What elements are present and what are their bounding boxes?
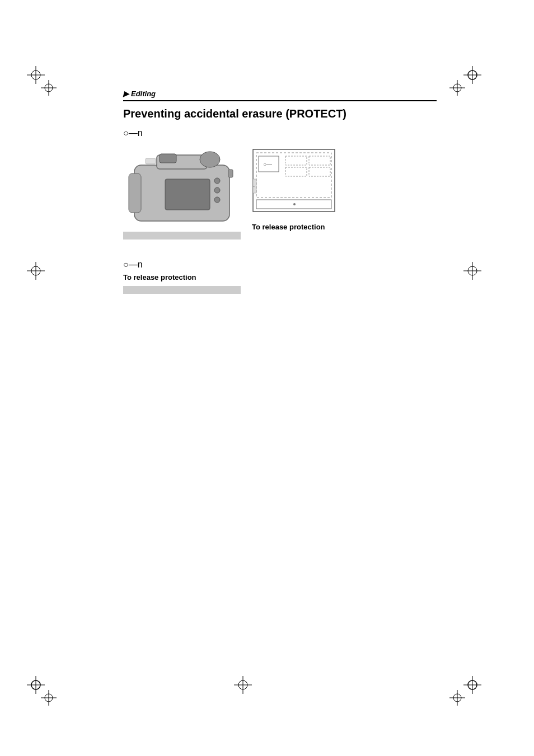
svg-rect-42 [146, 158, 156, 164]
section-header-label: Editing [131, 90, 156, 98]
reg-mark-tr-inner [449, 80, 465, 98]
key-icon-1: ○—n [123, 128, 437, 138]
svg-rect-37 [160, 154, 176, 163]
reg-mark-ml [27, 262, 45, 282]
to-release-protection-left: To release protection [123, 273, 437, 281]
section-header: ▶ Editing [123, 90, 437, 101]
svg-point-41 [214, 197, 220, 203]
key-icon-2: ○—n [123, 260, 437, 270]
svg-point-40 [214, 187, 220, 193]
reg-mark-br-outer [463, 676, 481, 696]
page-title: Preventing accidental erasure (PROTECT) [123, 107, 437, 120]
svg-point-53 [293, 203, 296, 205]
svg-point-39 [214, 178, 220, 184]
camera-gray-bar [123, 232, 241, 240]
reg-mark-br-inner [449, 690, 465, 708]
second-section: ○—n To release protection [123, 260, 437, 294]
svg-rect-44 [253, 149, 335, 212]
section-header-arrow: ▶ [123, 90, 129, 98]
reg-mark-bl-inner [41, 690, 57, 708]
svg-text:▪: ▪ [254, 185, 255, 188]
svg-rect-38 [165, 179, 210, 210]
svg-text:○—: ○— [263, 161, 272, 167]
release-label-right: To release protection [252, 223, 325, 231]
main-content: ▶ Editing Preventing accidental erasure … [123, 90, 437, 294]
to-release-protection-right: To release protection [252, 222, 437, 232]
reg-mark-mr [463, 262, 481, 282]
svg-rect-34 [129, 173, 141, 213]
reg-mark-tr-outer [463, 66, 481, 86]
svg-point-36 [200, 152, 220, 167]
lcd-diagram: ○— ▪ [252, 148, 336, 213]
second-gray-bar [123, 286, 241, 294]
camera-image [123, 143, 241, 240]
svg-rect-43 [228, 170, 233, 177]
lcd-diagram-container: ○— ▪ [252, 148, 336, 215]
reg-mark-bc [234, 676, 252, 696]
reg-mark-tl-inner [41, 80, 57, 98]
